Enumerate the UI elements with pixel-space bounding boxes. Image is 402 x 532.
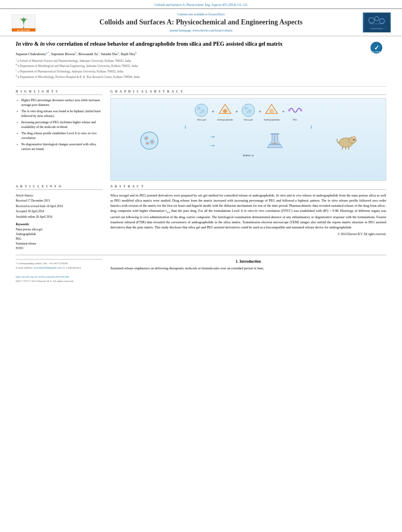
doi-link[interactable]: http://dx.doi.org/10.1016/j.colsurfa.201… bbox=[16, 275, 69, 278]
ga-label-silica1: Silica gel bbox=[194, 119, 209, 121]
svg-point-38 bbox=[272, 143, 278, 145]
author-3: Biswanath Sac bbox=[78, 52, 99, 56]
affiliations: a a School of Materials Science and Nano… bbox=[16, 58, 367, 79]
svg-point-41 bbox=[352, 136, 356, 139]
history-label: Article history: bbox=[16, 193, 102, 198]
ga-andrographolide-2: Andrographolide bbox=[264, 102, 280, 121]
svg-point-36 bbox=[147, 143, 148, 144]
ga-silica-1: Silica gel bbox=[194, 102, 209, 121]
highlights-graphical-section: H I G H L I G H T S Higher PEG percentag… bbox=[16, 90, 386, 181]
footnote-area: * Corresponding author. Tel.: +91 947727… bbox=[16, 259, 102, 284]
email-link[interactable]: riyachak329@gmail.com bbox=[34, 266, 62, 269]
history-label-text: Article history: bbox=[16, 194, 34, 197]
email-label: E-mail address: bbox=[16, 266, 33, 269]
ga-label-silica2: Silica gel bbox=[240, 119, 256, 121]
article-title-text: In vitro & in vivo correlation of releas… bbox=[16, 40, 367, 83]
highlight-text-1: Higher PEG percentage decreases surface … bbox=[21, 98, 100, 107]
ga-right-arrow-2: → bbox=[209, 142, 216, 149]
article-info-column: A R T I C L E I N F O Article history: R… bbox=[16, 185, 102, 251]
svg-point-42 bbox=[353, 139, 354, 141]
article-info-header: A R T I C L E I N F O bbox=[16, 185, 102, 190]
abstract-column: A B S T R A C T Silica xerogel and its P… bbox=[110, 185, 386, 251]
ga-plus-2: + bbox=[235, 109, 238, 115]
title-italic-2: in vivo bbox=[40, 41, 56, 47]
page-wrapper: Colloids and Surfaces A: Physicochem. En… bbox=[0, 0, 402, 532]
svg-point-34 bbox=[145, 137, 147, 139]
ga-right-arrows: → → bbox=[209, 133, 216, 149]
article-title: In vitro & in vivo correlation of releas… bbox=[16, 40, 367, 48]
ga-andro-svg-1 bbox=[217, 102, 233, 118]
affiliation-a: a a School of Materials Science and Nano… bbox=[16, 58, 367, 63]
article-title-section: In vitro & in vivo correlation of releas… bbox=[16, 40, 386, 87]
article-info-abstract-section: A R T I C L E I N F O Article history: R… bbox=[16, 185, 386, 251]
title-italic-1: In vitro bbox=[16, 41, 33, 47]
highlight-text-2: The in vitro drug release was found to b… bbox=[21, 109, 100, 118]
keywords-section: Keywords: Nano porous silica gel Androgr… bbox=[16, 222, 102, 251]
authors: Suparna Chakrabortya,*, Supratim Biswasb… bbox=[16, 51, 367, 56]
ga-silica-svg-2 bbox=[240, 102, 256, 118]
ga-bottom-label: IVIVC A bbox=[241, 152, 255, 159]
keyword-2: Andrographolide bbox=[16, 232, 102, 237]
author-2: Supratim Biswasb bbox=[51, 52, 77, 56]
ga-label-peg: PEG bbox=[287, 119, 303, 121]
author-5: Rajib Deyb bbox=[121, 52, 136, 56]
highlights-header: H I G H L I G H T S bbox=[16, 90, 102, 95]
contents-line: Contents lists available at ScienceDirec… bbox=[43, 13, 359, 16]
journal-header-center: Contents lists available at ScienceDirec… bbox=[43, 13, 359, 32]
graphical-abstract-image: Silica gel + An bbox=[110, 98, 386, 181]
homepage-label: journal homepage: bbox=[169, 29, 192, 32]
highlight-item-5: No degenerative histological changes ass… bbox=[21, 142, 102, 152]
svg-line-45 bbox=[345, 147, 346, 150]
ga-peg-svg bbox=[287, 102, 303, 118]
highlight-item-4: The drug release profile establishes Lev… bbox=[21, 131, 102, 141]
intro-footnotes-column: * Corresponding author. Tel.: +91 947727… bbox=[16, 259, 102, 284]
graphical-abstract-column: G R A P H I C A L A B S T R A C T bbox=[110, 90, 386, 181]
ga-peg: PEG bbox=[287, 102, 303, 121]
title-conjunction: & bbox=[34, 41, 40, 47]
journal-thumbnail: Colloids & Surfaces bbox=[363, 12, 391, 33]
keywords-title: Keywords: bbox=[16, 222, 102, 226]
sciencedirect-link[interactable]: ScienceDirect bbox=[208, 13, 225, 16]
keyword-1: Nano porous silica gel bbox=[16, 227, 102, 232]
journal-citation-text: Colloids and Surfaces A: Physicochem. En… bbox=[154, 3, 248, 7]
ga-dissolution bbox=[264, 130, 286, 152]
copyright-text: © 2014 Elsevier B.V. All rights reserved… bbox=[110, 232, 386, 236]
svg-point-25 bbox=[246, 111, 249, 114]
homepage-url[interactable]: www.elsevier.com/locate/colsurfa bbox=[192, 29, 233, 32]
svg-point-30 bbox=[141, 132, 158, 149]
crossmark-icon: ✓ CrossMark bbox=[370, 42, 382, 54]
article-dates: Article history: Received 17 December 20… bbox=[16, 193, 102, 220]
svg-point-23 bbox=[244, 107, 248, 110]
introduction-paragraph: Sustained release emphasizes on deliveri… bbox=[110, 266, 386, 271]
available-date: Available online 26 April 2014 bbox=[16, 214, 102, 220]
svg-point-27 bbox=[269, 109, 274, 113]
article-info: Article history: Received 17 December 20… bbox=[16, 193, 102, 251]
ga-composite-1 bbox=[139, 130, 160, 152]
elsevier-logo-container: ELSEVIER bbox=[8, 13, 39, 32]
email-note: E-mail address: riyachak329@gmail.com (S… bbox=[16, 266, 102, 270]
affiliation-c: c c Department of Pharmaceutical Technol… bbox=[16, 69, 367, 74]
crossmark-svg: ✓ CrossMark bbox=[370, 42, 382, 54]
elsevier-logo: ELSEVIER bbox=[8, 13, 39, 32]
svg-text:Colloids & Surfaces: Colloids & Surfaces bbox=[371, 28, 383, 30]
graphical-abstract-inner: Silica gel + An bbox=[111, 98, 386, 180]
highlights-column: H I G H L I G H T S Higher PEG percentag… bbox=[16, 90, 102, 181]
intro-text-content: Sustained release emphasizes on deliveri… bbox=[110, 266, 264, 270]
ga-label-andro2: Andrographolide bbox=[264, 119, 280, 121]
affiliation-d: d d Department of Microbiology, Peerless… bbox=[16, 74, 367, 79]
affiliation-b: b b Department of Metallurgical and Mate… bbox=[16, 63, 367, 68]
ga-right-arrow-1: → bbox=[209, 133, 216, 140]
ga-dissolution-svg bbox=[264, 130, 286, 152]
intro-title-text: Introduction bbox=[240, 259, 261, 263]
highlights-ul: Higher PEG percentage decreases surface … bbox=[16, 98, 102, 152]
svg-point-17 bbox=[199, 111, 202, 114]
email-name: (S. Chakraborty). bbox=[62, 266, 82, 269]
journal-citation: Colloids and Surfaces A: Physicochem. En… bbox=[0, 0, 402, 8]
journal-title: Colloids and Surfaces A: Physicochemical… bbox=[43, 18, 359, 27]
introduction-title: 1. Introduction bbox=[110, 259, 386, 263]
svg-point-29 bbox=[300, 109, 302, 111]
highlight-item-2: The in vitro drug release was found to b… bbox=[21, 109, 102, 119]
section-divider bbox=[16, 255, 386, 255]
issn-note: 0927-7757/© 2014 Elsevier B.V. All right… bbox=[16, 279, 102, 284]
highlight-item-1: Higher PEG percentage decreases surface … bbox=[21, 98, 102, 108]
